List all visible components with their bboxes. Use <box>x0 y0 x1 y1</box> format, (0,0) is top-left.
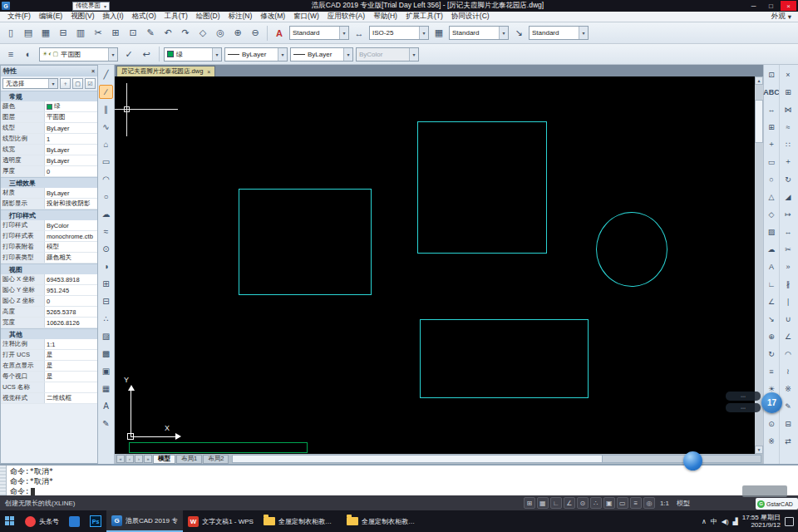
section-header[interactable]: 常规 <box>1 91 97 101</box>
center-mark-icon[interactable]: ⊕ <box>765 329 779 343</box>
dim-style-select[interactable]: ISO-25 ▾ <box>369 26 429 40</box>
scroll-down-icon[interactable]: ▼ <box>755 446 763 454</box>
prev-tab-button[interactable]: ‹ <box>126 455 134 463</box>
table-tool-icon[interactable]: ▦ <box>99 382 113 396</box>
lineweight-toggle-icon[interactable]: ≡ <box>630 497 642 509</box>
layer-select[interactable]: ☀◐▢ 平面图 ▾ <box>39 47 118 62</box>
linetype-select[interactable]: ByLayer ▾ <box>224 47 288 62</box>
maximize-button[interactable]: □ <box>763 1 779 11</box>
menu-item[interactable]: 帮助(H) <box>369 12 401 22</box>
menu-item[interactable]: 标注(N) <box>224 12 257 22</box>
annotation-scale[interactable]: 1:1 <box>658 500 672 507</box>
ortho-toggle-icon[interactable]: ∟ <box>550 497 562 509</box>
select-objects-icon[interactable]: ▢ <box>72 78 83 89</box>
ellipse-tool-icon[interactable]: ⊙ <box>99 242 113 256</box>
polar-toggle-icon[interactable]: ∠ <box>564 497 575 509</box>
arc-tool-icon[interactable]: ◠ <box>99 172 113 186</box>
cut-icon[interactable]: ✂ <box>90 25 106 41</box>
gradient-tool-icon[interactable]: ▩ <box>99 347 113 361</box>
mleader-style-icon[interactable]: ↘ <box>510 25 527 41</box>
last-tab-button[interactable]: » <box>144 455 152 463</box>
menu-item[interactable]: 工具(T) <box>160 12 192 22</box>
ime-indicator[interactable]: 中 <box>711 517 717 526</box>
break-point-tool-icon[interactable]: ∣ <box>781 294 796 308</box>
quick-select-icon[interactable]: ☑ <box>85 78 96 89</box>
rectangle-entity-1[interactable] <box>239 189 372 295</box>
zoom-realtime-icon[interactable]: ◎ <box>212 25 229 41</box>
taskbar-folder-1[interactable]: 全屋定制衣柜教学视频 <box>259 510 342 532</box>
ellipse-arc-tool-icon[interactable]: ◑ <box>99 259 113 273</box>
model-space-button[interactable]: 模型 <box>674 499 692 508</box>
diamond-icon[interactable]: ◇ <box>765 207 779 221</box>
floating-ball-icon[interactable] <box>683 451 702 470</box>
start-button[interactable] <box>0 510 20 532</box>
circle-tool-icon[interactable]: ○ <box>99 190 113 204</box>
copy-tool-icon[interactable]: ⊞ <box>781 85 796 99</box>
selection-select[interactable]: 无选择 ▾ <box>2 78 58 89</box>
pan-icon[interactable]: ◇ <box>195 25 211 41</box>
triangle-icon[interactable]: △ <box>765 190 779 204</box>
menu-item[interactable]: 扩展工具(T) <box>401 12 447 22</box>
taskbar-app-blue[interactable] <box>64 510 85 532</box>
lineweight-select[interactable]: ByLayer ▾ <box>290 47 353 62</box>
scroll-up-icon[interactable]: ▲ <box>755 76 763 85</box>
insert-block-icon[interactable]: ⊞ <box>99 277 113 291</box>
layer-properties-icon[interactable]: ≡ <box>2 47 19 62</box>
edit-tool-icon[interactable]: ✎ <box>99 416 113 431</box>
explode-tool-icon[interactable]: ※ <box>781 382 796 396</box>
network-icon[interactable]: ▟ <box>733 518 738 525</box>
offset-tool-icon[interactable]: ≈ <box>781 120 796 134</box>
taskbar-clock[interactable]: 17:55 星期日 2021/9/12 <box>742 514 781 530</box>
section-header[interactable]: 视图 <box>1 264 97 274</box>
menu-item[interactable]: 格式(O) <box>128 12 160 22</box>
taskbar-app-wps[interactable]: W 文字文稿1 - WPS <box>183 510 259 532</box>
plot-icon[interactable]: ⊟ <box>55 25 71 41</box>
polyline-tool-icon[interactable]: ∿ <box>99 120 113 134</box>
text-style-select[interactable]: Standard ▾ <box>289 26 349 40</box>
join-tool-icon[interactable]: ∪ <box>781 312 796 326</box>
clean-screen-icon[interactable]: ⊡ <box>765 67 779 81</box>
dyn-toggle-icon[interactable]: ▭ <box>617 497 628 509</box>
layer-states-icon[interactable]: ◐ <box>20 47 37 62</box>
break-tool-icon[interactable]: ∦ <box>781 277 796 291</box>
menu-item[interactable]: 文件(F) <box>3 12 35 22</box>
section-header[interactable]: 其他 <box>1 328 97 339</box>
point-tool-icon[interactable]: ∴ <box>99 312 113 326</box>
tray-expand-icon[interactable]: ∧ <box>702 518 707 525</box>
drawing-canvas[interactable]: Y X <box>115 76 755 454</box>
fillet-tool-icon[interactable]: ◠ <box>781 347 796 361</box>
erase-tool-icon[interactable]: × <box>781 67 796 81</box>
settings-icon[interactable]: ※ <box>765 434 779 448</box>
dim-style-icon[interactable]: ↔ <box>351 25 367 41</box>
tab-model[interactable]: 模型 <box>153 455 175 464</box>
blend-tool-icon[interactable]: ≀ <box>781 364 796 378</box>
osnap-toggle-icon[interactable]: ⊙ <box>577 497 589 509</box>
close-button[interactable]: × <box>781 1 796 11</box>
line-tool-icon[interactable]: ╱ <box>99 67 113 81</box>
quick-calc-icon[interactable]: ⊞ <box>765 120 779 134</box>
next-tab-button[interactable]: › <box>135 455 143 463</box>
group-tool-icon[interactable]: ⊟ <box>781 416 796 431</box>
cloud-icon[interactable]: ☁ <box>765 242 779 256</box>
rectangle-icon[interactable]: ▭ <box>765 155 779 169</box>
match-properties-icon[interactable]: ✎ <box>142 25 159 41</box>
text-style-icon[interactable]: A <box>271 25 288 41</box>
extend-tool-icon[interactable]: » <box>781 259 796 273</box>
tab-layout2[interactable]: 布局2 <box>203 455 229 464</box>
leader-icon[interactable]: ↘ <box>765 312 779 326</box>
hatch-icon[interactable]: ▨ <box>765 224 779 239</box>
align-tool-icon[interactable]: ⇄ <box>781 434 796 448</box>
undo-icon[interactable]: ↶ <box>160 25 176 41</box>
menu-item[interactable]: 窗口(W) <box>289 12 323 22</box>
paste-icon[interactable]: ⊡ <box>125 25 141 41</box>
spline-tool-icon[interactable]: ≈ <box>99 224 113 239</box>
spell-check-icon[interactable]: ABC <box>765 85 779 99</box>
mirror-tool-icon[interactable]: ⋈ <box>781 102 796 116</box>
zoom-in-icon[interactable]: ⊕ <box>229 25 246 41</box>
pickadd-toggle-icon[interactable]: ＋ <box>60 78 71 89</box>
rectangle-tool-icon[interactable]: ▭ <box>99 155 113 169</box>
open-file-icon[interactable]: ▤ <box>20 25 37 41</box>
hatch-tool-icon[interactable]: ▨ <box>99 329 113 343</box>
rectangle-entity-3[interactable] <box>420 319 589 398</box>
table-style-icon[interactable]: ▦ <box>431 25 447 41</box>
